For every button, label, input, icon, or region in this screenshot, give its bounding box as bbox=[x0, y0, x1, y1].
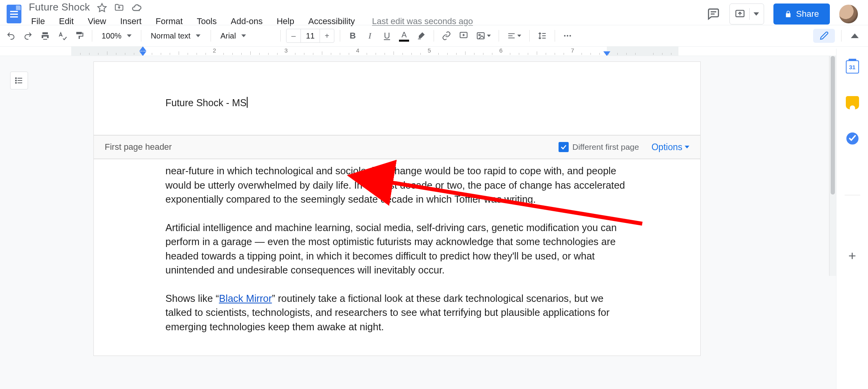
svg-point-23 bbox=[16, 82, 16, 83]
chevron-down-icon[interactable] bbox=[754, 11, 759, 17]
editing-mode-button[interactable] bbox=[813, 29, 835, 43]
insert-link-button[interactable] bbox=[439, 29, 453, 43]
cloud-status-icon[interactable] bbox=[131, 2, 142, 13]
side-panel: 31 + bbox=[836, 49, 868, 389]
font-size-decrease[interactable]: – bbox=[286, 32, 300, 40]
svg-point-8 bbox=[479, 34, 480, 36]
body-paragraph: Shows like “Black Mirror” routinely take… bbox=[165, 291, 629, 334]
font-size-stepper: – 11 + bbox=[286, 29, 334, 43]
body-paragraph: Artificial intelligence and machine lear… bbox=[165, 221, 629, 277]
ruler[interactable]: 1234567 bbox=[0, 47, 868, 56]
more-button[interactable] bbox=[561, 29, 575, 43]
tasks-icon[interactable] bbox=[846, 132, 859, 145]
workspace: Future Shock - MS First page header Diff… bbox=[0, 56, 836, 389]
undo-button[interactable] bbox=[4, 29, 18, 43]
comments-icon[interactable] bbox=[707, 7, 720, 21]
italic-button[interactable]: I bbox=[363, 29, 377, 43]
insert-image-button[interactable] bbox=[474, 29, 493, 43]
docs-logo[interactable] bbox=[3, 3, 25, 25]
indent-left-marker[interactable] bbox=[139, 51, 146, 56]
line-spacing-button[interactable] bbox=[535, 29, 549, 43]
font-size-increase[interactable]: + bbox=[320, 32, 334, 40]
paint-format-button[interactable] bbox=[72, 29, 86, 43]
font-select[interactable]: Arial bbox=[216, 32, 275, 40]
zoom-value: 100% bbox=[102, 32, 121, 40]
document-title[interactable]: Future Shock bbox=[29, 1, 90, 14]
svg-rect-7 bbox=[477, 33, 484, 39]
add-comment-button[interactable] bbox=[457, 29, 471, 43]
svg-point-15 bbox=[564, 35, 566, 37]
present-button[interactable] bbox=[729, 4, 764, 25]
header-settings-bar: First page header Different first page O… bbox=[94, 135, 700, 159]
chevron-down-icon bbox=[196, 33, 200, 38]
body-paragraph: near-future in which technological and s… bbox=[165, 164, 629, 207]
paragraph-style-value: Normal text bbox=[151, 32, 190, 40]
chevron-down-icon bbox=[241, 33, 246, 38]
account-avatar[interactable] bbox=[839, 5, 858, 23]
calendar-icon[interactable]: 31 bbox=[846, 60, 859, 74]
indent-first-line-marker[interactable] bbox=[139, 47, 146, 51]
share-label: Share bbox=[796, 9, 819, 19]
svg-point-21 bbox=[16, 78, 16, 79]
toolbar: 100% Normal text Arial – 11 + B I U A bbox=[0, 25, 868, 47]
chevron-down-icon bbox=[517, 34, 521, 38]
svg-point-22 bbox=[16, 80, 16, 81]
text-color-button[interactable]: A bbox=[397, 29, 411, 43]
header-options-button[interactable]: Options bbox=[652, 142, 689, 152]
spellcheck-button[interactable] bbox=[55, 29, 69, 43]
outline-toggle[interactable] bbox=[10, 72, 28, 89]
indent-right-marker[interactable] bbox=[603, 51, 610, 56]
font-value: Arial bbox=[220, 32, 236, 40]
chevron-down-icon bbox=[127, 33, 132, 38]
document-body[interactable]: near-future in which technological and s… bbox=[94, 159, 700, 356]
print-button[interactable] bbox=[38, 29, 52, 43]
bold-button[interactable]: B bbox=[346, 29, 360, 43]
move-icon[interactable] bbox=[114, 3, 124, 13]
text-cursor bbox=[247, 97, 248, 108]
body-link[interactable]: Black Mirror bbox=[219, 293, 272, 304]
redo-button[interactable] bbox=[21, 29, 35, 43]
highlight-button[interactable] bbox=[414, 29, 428, 43]
add-addon-button[interactable]: + bbox=[849, 249, 856, 262]
svg-marker-0 bbox=[98, 4, 106, 12]
title-bar: Future Shock File Edit View Insert Forma… bbox=[0, 0, 868, 25]
svg-point-17 bbox=[569, 35, 571, 37]
chevron-down-icon bbox=[487, 34, 491, 38]
different-first-page-checkbox[interactable] bbox=[559, 142, 569, 152]
keep-icon[interactable] bbox=[846, 96, 859, 109]
different-first-page-label: Different first page bbox=[573, 142, 639, 152]
paragraph-style-select[interactable]: Normal text bbox=[147, 32, 205, 40]
align-button[interactable] bbox=[504, 29, 524, 43]
scrollbar-thumb[interactable] bbox=[831, 56, 835, 194]
star-icon[interactable] bbox=[97, 3, 107, 13]
zoom-select[interactable]: 100% bbox=[98, 32, 135, 40]
collapse-toolbar-button[interactable] bbox=[848, 29, 862, 43]
header-area[interactable]: Future Shock - MS bbox=[94, 62, 700, 135]
document-page[interactable]: Future Shock - MS First page header Diff… bbox=[93, 61, 701, 356]
vertical-scrollbar[interactable] bbox=[829, 56, 836, 276]
header-text: Future Shock - MS bbox=[165, 97, 246, 108]
share-button[interactable]: Share bbox=[773, 4, 830, 25]
svg-point-16 bbox=[567, 35, 568, 37]
header-bar-label: First page header bbox=[105, 142, 172, 152]
underline-button[interactable]: U bbox=[380, 29, 394, 43]
font-size-input[interactable]: 11 bbox=[300, 29, 320, 42]
chevron-down-icon bbox=[685, 145, 689, 149]
lock-icon bbox=[784, 10, 792, 18]
